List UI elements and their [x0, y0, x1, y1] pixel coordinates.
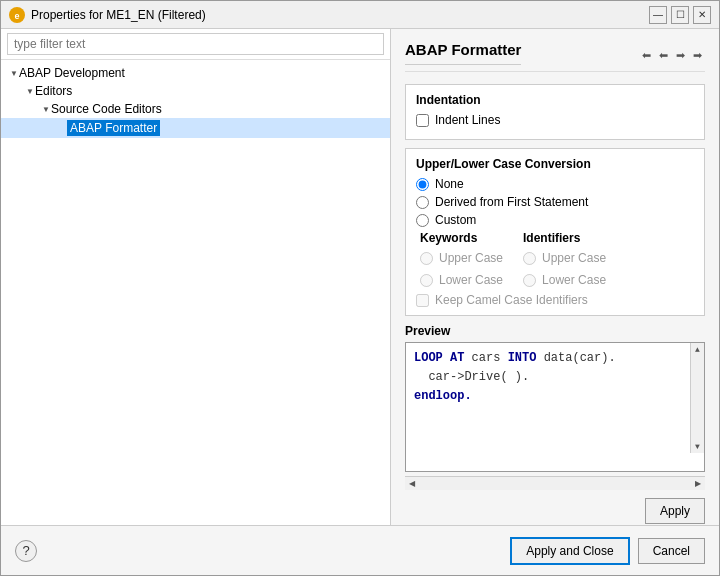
radio-derived-row: Derived from First Statement [416, 195, 694, 209]
keywords-col-title: Keywords [420, 231, 503, 245]
tree-label: Source Code Editors [51, 102, 162, 116]
top-toolbar: ABAP Formatter ⬅ ⬅ ➡ ➡ [405, 39, 705, 72]
case-conversion-section: Upper/Lower Case Conversion None Derived… [405, 148, 705, 316]
bottom-right: Apply and Close Cancel [510, 537, 705, 565]
preview-section: Preview LOOP AT cars INTO data(car). car… [405, 324, 705, 490]
radio-none[interactable] [416, 178, 429, 191]
identifiers-upper-label[interactable]: Upper Case [542, 251, 606, 265]
identifiers-lower-label[interactable]: Lower Case [542, 273, 606, 287]
expand-icon: ▼ [41, 105, 51, 114]
scroll-left-icon[interactable]: ◀ [409, 479, 415, 488]
radio-custom-row: Custom [416, 213, 694, 227]
apply-button[interactable]: Apply [645, 498, 705, 524]
window-title: Properties for ME1_EN (Filtered) [31, 8, 649, 22]
keep-camel-label[interactable]: Keep Camel Case Identifiers [435, 293, 588, 307]
identifiers-col: Identifiers Upper Case Lower Case [523, 231, 606, 291]
keywords-upper-label[interactable]: Upper Case [439, 251, 503, 265]
preview-line-3: endloop. [414, 387, 696, 406]
forward-arrow2-icon[interactable]: ➡ [690, 48, 705, 63]
case-conversion-title: Upper/Lower Case Conversion [416, 157, 694, 171]
tree-label-selected: ABAP Formatter [67, 120, 160, 136]
identifiers-upper-radio[interactable] [523, 252, 536, 265]
window-controls: — ☐ ✕ [649, 6, 711, 24]
right-panel: ABAP Formatter ⬅ ⬅ ➡ ➡ Indentation Inden… [391, 29, 719, 525]
scroll-right-icon[interactable]: ▶ [695, 479, 701, 488]
keywords-upper-row: Upper Case [420, 251, 503, 265]
radio-derived-label[interactable]: Derived from First Statement [435, 195, 588, 209]
indent-lines-checkbox[interactable] [416, 114, 429, 127]
svg-text:e: e [14, 11, 19, 21]
help-button[interactable]: ? [15, 540, 37, 562]
filter-wrap [1, 29, 390, 60]
identifiers-col-title: Identifiers [523, 231, 606, 245]
preview-line-2: car->Drive( ). [414, 368, 696, 387]
radio-custom[interactable] [416, 214, 429, 227]
keywords-lower-label[interactable]: Lower Case [439, 273, 503, 287]
tree-label: ABAP Development [19, 66, 125, 80]
tree-item-editors[interactable]: ▼ Editors [1, 82, 390, 100]
bottom-left: ? [15, 540, 37, 562]
dialog-window: e Properties for ME1_EN (Filtered) — ☐ ✕… [0, 0, 720, 576]
identifiers-lower-row: Lower Case [523, 273, 606, 287]
filter-input[interactable] [7, 33, 384, 55]
main-content: ▼ ABAP Development ▼ Editors ▼ Source Co… [1, 29, 719, 525]
indentation-title: Indentation [416, 93, 694, 107]
indentation-section: Indentation Indent Lines [405, 84, 705, 140]
title-bar: e Properties for ME1_EN (Filtered) — ☐ ✕ [1, 1, 719, 29]
forward-arrow-icon[interactable]: ➡ [673, 48, 688, 63]
case-columns: Keywords Upper Case Lower Case Ide [416, 231, 694, 291]
identifiers-lower-radio[interactable] [523, 274, 536, 287]
keywords-upper-radio[interactable] [420, 252, 433, 265]
tree-item-abap-development[interactable]: ▼ ABAP Development [1, 64, 390, 82]
left-panel: ▼ ABAP Development ▼ Editors ▼ Source Co… [1, 29, 391, 525]
apply-close-button[interactable]: Apply and Close [510, 537, 629, 565]
preview-line-1: LOOP AT cars INTO data(car). [414, 349, 696, 368]
right-panel-inner: Indentation Indent Lines Upper/Lower Cas… [405, 84, 705, 524]
panel-title: ABAP Formatter [405, 41, 521, 65]
tree-label: Editors [35, 84, 72, 98]
maximize-button[interactable]: ☐ [671, 6, 689, 24]
tree-item-abap-formatter[interactable]: ABAP Formatter [1, 118, 390, 138]
bottom-bar: ? Apply and Close Cancel [1, 525, 719, 575]
back-arrow2-icon[interactable]: ⬅ [656, 48, 671, 63]
toolbar-arrows: ⬅ ⬅ ➡ ➡ [639, 48, 705, 63]
tree: ▼ ABAP Development ▼ Editors ▼ Source Co… [1, 60, 390, 525]
back-arrow-icon[interactable]: ⬅ [639, 48, 654, 63]
indent-lines-label[interactable]: Indent Lines [435, 113, 500, 127]
preview-label: Preview [405, 324, 705, 338]
indent-lines-row: Indent Lines [416, 113, 694, 127]
identifiers-upper-row: Upper Case [523, 251, 606, 265]
tree-item-source-code-editors[interactable]: ▼ Source Code Editors [1, 100, 390, 118]
radio-none-label[interactable]: None [435, 177, 464, 191]
vertical-scrollbar[interactable]: ▲ ▼ [690, 343, 704, 453]
expand-icon: ▼ [25, 87, 35, 96]
preview-box: LOOP AT cars INTO data(car). car->Drive(… [405, 342, 705, 472]
horizontal-scrollbar[interactable]: ◀ ▶ [405, 476, 705, 490]
radio-custom-label[interactable]: Custom [435, 213, 476, 227]
preview-code: LOOP AT cars INTO data(car). car->Drive(… [414, 349, 696, 407]
close-button[interactable]: ✕ [693, 6, 711, 24]
expand-icon: ▼ [9, 69, 19, 78]
keywords-col: Keywords Upper Case Lower Case [420, 231, 503, 291]
keywords-lower-row: Lower Case [420, 273, 503, 287]
window-icon: e [9, 7, 25, 23]
radio-derived[interactable] [416, 196, 429, 209]
keep-camel-row: Keep Camel Case Identifiers [416, 293, 694, 307]
minimize-button[interactable]: — [649, 6, 667, 24]
apply-row: Apply [405, 498, 705, 524]
keywords-lower-radio[interactable] [420, 274, 433, 287]
cancel-button[interactable]: Cancel [638, 538, 705, 564]
keep-camel-checkbox[interactable] [416, 294, 429, 307]
radio-none-row: None [416, 177, 694, 191]
